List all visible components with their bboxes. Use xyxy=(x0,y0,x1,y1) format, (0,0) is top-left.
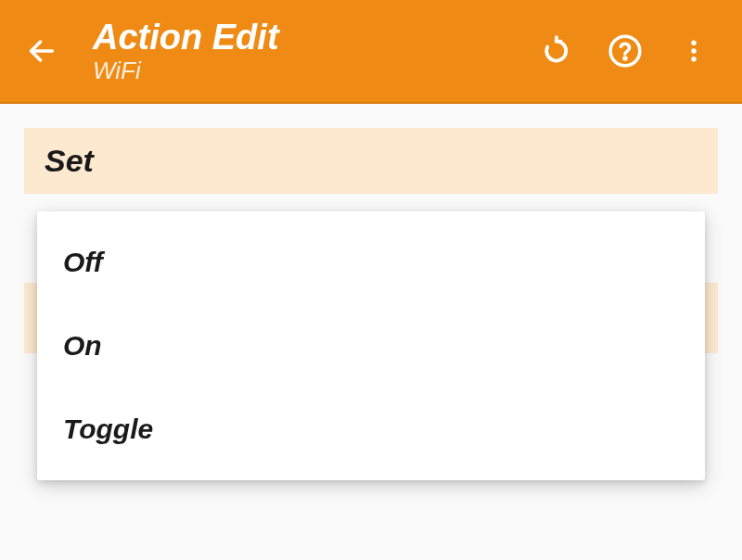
page-subtitle: WiFi xyxy=(93,57,536,84)
svg-point-5 xyxy=(691,57,697,62)
svg-point-4 xyxy=(691,48,697,54)
arrow-back-icon xyxy=(26,35,58,67)
dropdown-option-off[interactable]: Off xyxy=(37,221,705,304)
header-actions xyxy=(536,31,714,71)
more-vert-icon xyxy=(680,37,708,65)
dropdown-option-on[interactable]: On xyxy=(37,304,705,388)
dropdown-option-toggle[interactable]: Toggle xyxy=(37,388,705,471)
undo-button[interactable] xyxy=(536,31,577,71)
set-dropdown-menu: Off On Toggle xyxy=(37,211,705,480)
undo-icon xyxy=(540,34,573,68)
app-header: Action Edit WiFi xyxy=(0,0,742,102)
help-button[interactable] xyxy=(605,31,646,71)
section-label-set: Set xyxy=(24,128,718,194)
help-icon xyxy=(608,33,643,69)
page-title: Action Edit xyxy=(93,19,536,57)
svg-point-3 xyxy=(691,41,697,46)
back-button[interactable] xyxy=(19,28,65,74)
more-button[interactable] xyxy=(673,31,714,71)
svg-point-2 xyxy=(624,57,626,59)
title-area: Action Edit WiFi xyxy=(93,19,536,83)
